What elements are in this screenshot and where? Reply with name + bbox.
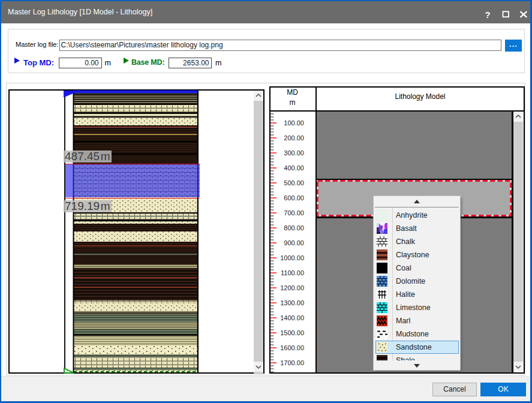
svg-text:1300.00: 1300.00 [280,299,304,306]
svg-text:500.00: 500.00 [284,179,304,187]
svg-text:200.00: 200.00 [284,134,304,142]
svg-text:1000.00: 1000.00 [280,254,304,261]
svg-text:900.00: 900.00 [284,239,304,246]
svg-text:1200.00: 1200.00 [280,284,304,291]
svg-text:1500.00: 1500.00 [280,329,304,336]
svg-text:1700.00: 1700.00 [280,359,304,366]
svg-text:400.00: 400.00 [284,164,304,172]
svg-text:100.00: 100.00 [284,119,304,127]
svg-text:1600.00: 1600.00 [280,344,304,351]
svg-text:300.00: 300.00 [284,149,304,157]
svg-text:1400.00: 1400.00 [280,314,304,321]
svg-text:800.00: 800.00 [284,224,304,231]
svg-text:700.00: 700.00 [284,209,304,216]
svg-text:1100.00: 1100.00 [281,269,304,276]
svg-text:600.00: 600.00 [284,194,304,202]
